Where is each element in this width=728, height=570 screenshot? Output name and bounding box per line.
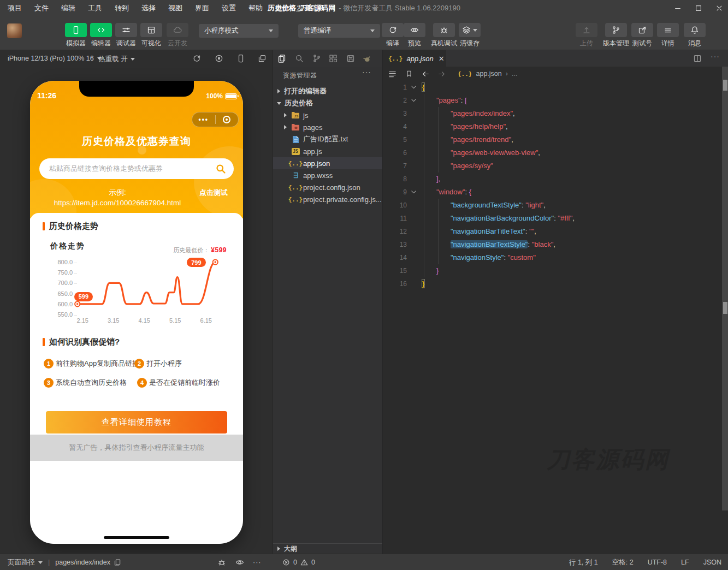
code-line[interactable]: 4"pages/help/help", xyxy=(383,120,721,133)
code-line[interactable]: 16} xyxy=(383,277,721,290)
code-line[interactable]: 2"pages": [ xyxy=(383,94,721,107)
hot-reload-toggle[interactable]: 热重载 开 xyxy=(98,55,135,64)
code-area[interactable]: 1{2"pages": [3"pages/index/index",4"page… xyxy=(383,81,721,554)
fold-chevron-icon[interactable] xyxy=(410,84,417,91)
project-root[interactable]: 历史价格 xyxy=(273,97,382,109)
code-line[interactable]: 5"pages/trend/trend", xyxy=(383,133,721,146)
menu-item-文件[interactable]: 文件 xyxy=(34,3,49,13)
tab-appjson[interactable]: {..} app.json ✕ xyxy=(383,50,446,67)
menu-item-界面[interactable]: 界面 xyxy=(195,3,209,13)
split-editor-button[interactable] xyxy=(693,54,702,63)
encoding-setting[interactable]: UTF-8 xyxy=(648,559,667,566)
source-control-button[interactable] xyxy=(312,54,321,63)
code-line[interactable]: 14"navigationStyle": "custom" xyxy=(383,251,721,264)
menu-item-项目[interactable]: 项目 xyxy=(8,3,22,13)
tab-close-icon[interactable]: ✕ xyxy=(439,55,445,63)
code-line[interactable]: 8], xyxy=(383,173,721,186)
clear-cache-button[interactable]: 清缓存 xyxy=(458,23,482,48)
editor-button[interactable]: 编辑器 xyxy=(89,23,113,48)
close-button[interactable] xyxy=(710,0,728,16)
compile-button[interactable]: 编译 xyxy=(381,23,405,48)
code-line[interactable]: 11"navigationBarBackgroundColor": "#fff"… xyxy=(383,212,721,225)
problems-indicator[interactable]: 0 0 xyxy=(282,554,315,570)
copy-icon[interactable] xyxy=(114,559,121,566)
fold-chevron-icon[interactable] xyxy=(410,188,417,195)
code-line[interactable]: 3"pages/index/index", xyxy=(383,107,721,120)
indent-setting[interactable]: 空格: 2 xyxy=(612,558,634,567)
code-line[interactable]: 13"navigationBarTextStyle": "black", xyxy=(383,238,721,251)
minimize-button[interactable] xyxy=(668,0,687,16)
menu-item-工具[interactable]: 工具 xyxy=(88,3,102,13)
maximize-button[interactable] xyxy=(689,0,708,16)
messages-button[interactable]: 消息 xyxy=(683,23,707,48)
sim-debug-button[interactable] xyxy=(217,554,226,570)
debugger-button[interactable]: 调试器 xyxy=(114,23,138,48)
page-path-selector[interactable]: 页面路径 xyxy=(8,558,35,567)
output-button[interactable] xyxy=(346,54,355,63)
menu-item-帮助[interactable]: 帮助 xyxy=(248,3,263,13)
multi-window-button[interactable] xyxy=(258,54,267,63)
explorer-more-button[interactable]: ··· xyxy=(362,68,371,76)
menu-item-微信开发者工具[interactable]: 微信开发者工具 xyxy=(275,3,325,13)
version-button[interactable]: 版本管理 xyxy=(601,23,631,48)
details-button[interactable]: 详情 xyxy=(656,23,680,48)
visual-button[interactable]: 可视化 xyxy=(139,23,163,48)
open-editors-section[interactable]: 打开的编辑器 xyxy=(273,85,382,97)
record-button[interactable] xyxy=(215,54,223,63)
fold-chevron-icon[interactable] xyxy=(410,97,417,104)
editor-more-button[interactable]: ··· xyxy=(711,52,720,61)
device-select[interactable]: iPhone 12/13 (Pro) 100% 16 xyxy=(8,55,102,62)
code-line[interactable]: 15} xyxy=(383,264,721,277)
breadcrumb-file[interactable]: app.json xyxy=(476,70,502,78)
user-avatar[interactable] xyxy=(7,23,22,38)
sim-preview-button[interactable] xyxy=(235,554,244,570)
device-frame-button[interactable] xyxy=(236,54,245,63)
debug-console-button[interactable] xyxy=(363,54,371,63)
file-item-app.json[interactable]: {..}app.json xyxy=(273,157,382,169)
outline-section[interactable]: 大纲 xyxy=(273,543,382,554)
simulator-button[interactable]: 模拟器 xyxy=(64,23,88,48)
eol-setting[interactable]: LF xyxy=(681,559,689,566)
tutorial-button[interactable]: 查看详细使用教程 xyxy=(46,411,227,434)
breadcrumb-more[interactable]: ... xyxy=(512,70,517,78)
code-line[interactable]: 1{ xyxy=(383,81,721,94)
rotate-button[interactable] xyxy=(192,54,201,63)
code-line[interactable]: 7"pages/sy/sy" xyxy=(383,159,721,173)
extensions-button[interactable] xyxy=(329,54,338,63)
file-item-app.wxss[interactable]: app.wxss xyxy=(273,169,382,181)
menu-item-设置[interactable]: 设置 xyxy=(222,3,236,13)
code-line[interactable]: 6"pages/web-view/web-view", xyxy=(383,146,721,159)
file-item-app.js[interactable]: JSapp.js xyxy=(273,145,382,157)
scrollbar-overview[interactable] xyxy=(722,67,728,510)
compile-mode-select[interactable]: 普通编译 xyxy=(298,24,380,38)
test-link[interactable]: 点击测试 xyxy=(199,188,228,198)
exit-button[interactable] xyxy=(216,116,239,123)
preview-button[interactable]: 预览 xyxy=(403,23,427,48)
code-line[interactable]: 12"navigationBarTitleText": "", xyxy=(383,225,721,238)
menu-item-编辑[interactable]: 编辑 xyxy=(61,3,75,13)
back-arrow-icon[interactable] xyxy=(422,70,430,78)
upload-button[interactable]: 上传 xyxy=(575,23,599,48)
files-button[interactable] xyxy=(277,54,286,63)
code-line[interactable]: 10"backgroundTextStyle": "light", xyxy=(383,199,721,212)
menu-item-视图[interactable]: 视图 xyxy=(168,3,182,13)
code-line[interactable]: 9"window": { xyxy=(383,186,721,199)
forward-arrow-icon[interactable] xyxy=(437,70,446,78)
more-button[interactable]: ••• xyxy=(192,116,215,123)
file-item-project.private.config.js...[interactable]: {..}project.private.config.js... xyxy=(273,193,382,205)
test-account-button[interactable]: 测试号 xyxy=(630,23,654,48)
file-item-project.config.json[interactable]: {..}project.config.json xyxy=(273,181,382,193)
search-button[interactable] xyxy=(295,54,304,63)
menu-item-转到[interactable]: 转到 xyxy=(115,3,129,13)
cursor-position[interactable]: 行 1, 列 1 xyxy=(569,558,598,567)
mode-select[interactable]: 小程序模式 xyxy=(199,24,279,38)
sim-more-button[interactable]: ··· xyxy=(253,554,262,570)
file-item-js[interactable]: JSjs xyxy=(273,109,382,121)
language-mode[interactable]: JSON xyxy=(703,559,721,566)
remote-debug-button[interactable]: 真机调试 xyxy=(429,23,459,48)
search-input[interactable]: 粘贴商品链接查询价格走势或优惠券 xyxy=(39,158,234,179)
file-item-广告ID配置.txt[interactable]: 广告ID配置.txt xyxy=(273,133,382,145)
menu-item-选择[interactable]: 选择 xyxy=(141,3,156,13)
cloud-dev-button[interactable]: 云开发 xyxy=(165,23,190,48)
file-item-pages[interactable]: pages xyxy=(273,121,382,133)
